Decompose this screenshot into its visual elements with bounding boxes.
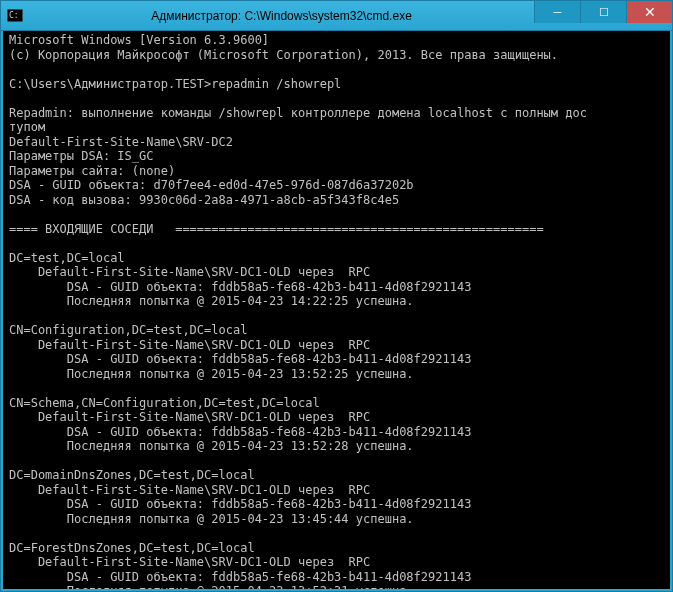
cmd-window: C: Администратор: C:\Windows\system32\cm… <box>0 0 673 592</box>
titlebar[interactable]: C: Администратор: C:\Windows\system32\cm… <box>1 1 672 31</box>
window-title: Администратор: C:\Windows\system32\cmd.e… <box>29 9 534 23</box>
window-controls: ─ ☐ ✕ <box>534 1 672 23</box>
console-output[interactable]: Microsoft Windows [Version 6.3.9600] (c)… <box>1 31 672 591</box>
close-button[interactable]: ✕ <box>626 1 672 23</box>
svg-text:C:: C: <box>9 11 19 20</box>
minimize-button[interactable]: ─ <box>534 1 580 23</box>
maximize-button[interactable]: ☐ <box>580 1 626 23</box>
cmd-icon: C: <box>1 9 29 22</box>
